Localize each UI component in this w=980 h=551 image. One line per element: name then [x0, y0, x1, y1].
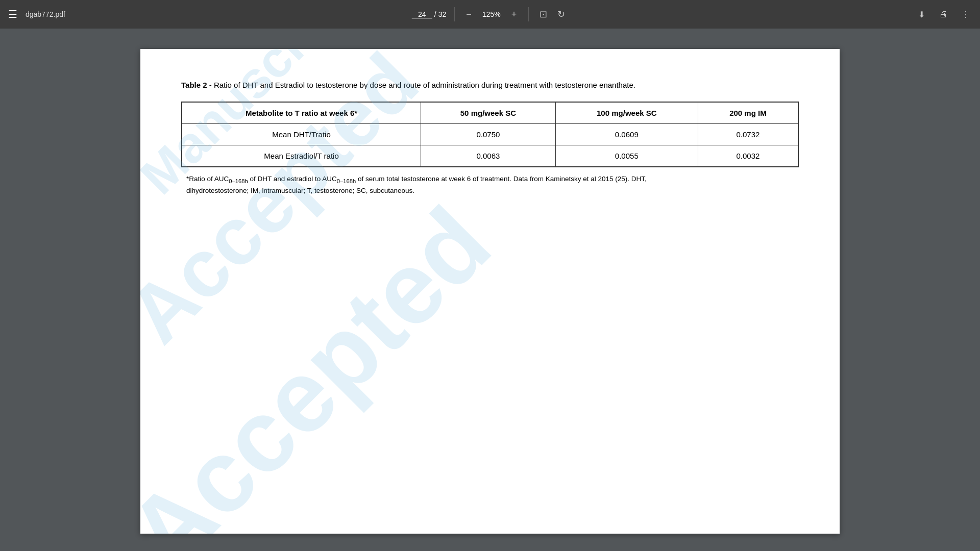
table-header: Metabolite to T ratio at week 6* 50 mg/w…	[182, 102, 798, 124]
row-1-label: Mean Estradiol/T ratio	[182, 145, 421, 167]
page-number-input[interactable]	[412, 10, 432, 19]
table-number: Table 2	[181, 81, 207, 89]
row-1-col3: 0.0032	[698, 145, 798, 167]
row-0-col3: 0.0732	[698, 123, 798, 145]
more-options-button[interactable]: ⋮	[960, 8, 972, 21]
menu-icon[interactable]: ☰	[8, 8, 17, 20]
watermark-accepted-1: Accepted	[140, 49, 436, 361]
table-footnote: *Ratio of AUC0–168h of DHT and estradiol…	[181, 173, 799, 196]
download-button[interactable]: ⬇	[916, 8, 927, 21]
table-caption: Table 2 - Ratio of DHT and Estradiol to …	[181, 80, 799, 91]
rotate-button[interactable]: ↻	[554, 8, 568, 21]
footnote-sub2: 0–168h	[337, 178, 356, 184]
fit-page-button[interactable]: ⊡	[536, 8, 550, 21]
center-controls: / 32 − 125% + ⊡ ↻	[412, 7, 569, 21]
toolbar-separator-1	[454, 7, 455, 21]
pdf-page: Manuscript Accepted Accepted Table 2 - R…	[140, 49, 840, 534]
watermark-accepted-2: Accepted	[140, 184, 513, 534]
page-separator: /	[434, 10, 436, 18]
zoom-in-button[interactable]: +	[508, 8, 520, 21]
table-body: Mean DHT/Tratio 0.0750 0.0609 0.0732 Mea…	[182, 123, 798, 167]
col-header-3: 200 mg IM	[698, 102, 798, 124]
footnote-line1: *Ratio of AUC0–168h of DHT and estradiol…	[186, 175, 647, 183]
print-button[interactable]: 🖨	[937, 8, 949, 21]
zoom-out-button[interactable]: −	[463, 8, 475, 21]
footnote-line2: dihydrotestosterone; IM, intramuscular; …	[186, 187, 414, 194]
row-0-label: Mean DHT/Tratio	[182, 123, 421, 145]
data-table: Metabolite to T ratio at week 6* 50 mg/w…	[181, 102, 799, 167]
page-controls: / 32	[412, 10, 446, 19]
row-1-col2: 0.0055	[555, 145, 698, 167]
col-header-1: 50 mg/week SC	[421, 102, 556, 124]
filename-label: dgab772.pdf	[26, 10, 65, 18]
table-caption-text: - Ratio of DHT and Estradiol to testoste…	[207, 81, 635, 89]
table-row: Mean DHT/Tratio 0.0750 0.0609 0.0732	[182, 123, 798, 145]
col-header-2: 100 mg/week SC	[555, 102, 698, 124]
table-header-row: Metabolite to T ratio at week 6* 50 mg/w…	[182, 102, 798, 124]
zoom-level-display: 125%	[479, 10, 504, 18]
footnote-sub1: 0–168h	[229, 178, 248, 184]
col-header-0: Metabolite to T ratio at week 6*	[182, 102, 421, 124]
row-1-col1: 0.0063	[421, 145, 556, 167]
content-area: Manuscript Accepted Accepted Table 2 - R…	[0, 29, 980, 551]
row-0-col2: 0.0609	[555, 123, 698, 145]
row-0-col1: 0.0750	[421, 123, 556, 145]
toolbar-separator-2	[528, 7, 528, 21]
page-total: 32	[438, 10, 447, 18]
toolbar: ☰ dgab772.pdf / 32 − 125% + ⊡ ↻ ⬇ 🖨 ⋮	[0, 0, 980, 29]
right-toolbar-controls: ⬇ 🖨 ⋮	[916, 8, 972, 21]
table-row: Mean Estradiol/T ratio 0.0063 0.0055 0.0…	[182, 145, 798, 167]
